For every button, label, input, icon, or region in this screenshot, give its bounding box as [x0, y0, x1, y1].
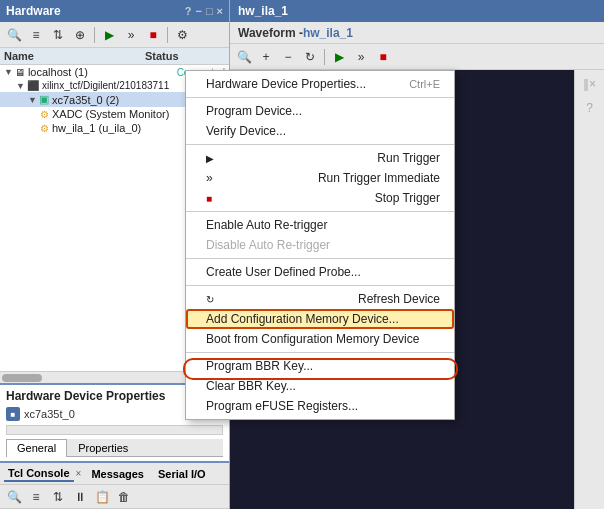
cm-sep-5 — [186, 285, 454, 286]
col-status-header: Status — [145, 50, 225, 62]
minimize-icon[interactable]: − — [195, 5, 201, 17]
cm-stop-trigger[interactable]: ■ Stop Trigger — [186, 188, 454, 208]
hw-props-device-name: xc7a35t_0 — [24, 408, 75, 420]
cm-sep-3 — [186, 211, 454, 212]
tcl-sort2-button[interactable]: ⇅ — [48, 487, 68, 507]
cm-verify-device-label: Verify Device... — [206, 124, 286, 138]
cm-run-trigger-imm-label: Run Trigger Immediate — [318, 171, 440, 185]
settings-button[interactable]: ⚙ — [172, 25, 192, 45]
cm-disable-auto-label: Disable Auto Re-trigger — [206, 238, 330, 252]
wf-toolbar-sep — [324, 49, 325, 65]
context-menu: Hardware Device Properties... Ctrl+E Pro… — [185, 70, 455, 420]
wf-minus-button[interactable]: − — [278, 47, 298, 67]
cm-hw-device-properties[interactable]: Hardware Device Properties... Ctrl+E — [186, 74, 454, 94]
wf-play-button[interactable]: ▶ — [329, 47, 349, 67]
cm-verify-device[interactable]: Verify Device... — [186, 121, 454, 141]
cm-program-efuse[interactable]: Program eFUSE Registers... — [186, 396, 454, 416]
cm-clear-bbr[interactable]: Clear BBR Key... — [186, 376, 454, 396]
wf-search-button[interactable]: 🔍 — [234, 47, 254, 67]
tree-header: Name Status — [0, 48, 229, 65]
tab-serial[interactable]: Serial I/O — [154, 467, 210, 481]
tcl-pause-button[interactable]: ⏸ — [70, 487, 90, 507]
tab-tcl-console[interactable]: Tcl Console — [4, 466, 74, 482]
run-trigger-imm-icon: » — [206, 171, 213, 185]
hardware-title-label: Hardware — [6, 4, 61, 18]
sort-az-button[interactable]: ≡ — [26, 25, 46, 45]
cm-boot-config-memory-label: Boot from Configuration Memory Device — [206, 332, 419, 346]
tcl-search-button[interactable]: 🔍 — [4, 487, 24, 507]
tcl-copy-button[interactable]: 📋 — [92, 487, 112, 507]
cm-run-trigger-immediate[interactable]: » Run Trigger Immediate — [186, 168, 454, 188]
hw-props-tabs: General Properties — [6, 439, 223, 457]
waveform-name: hw_ila_1 — [303, 26, 353, 40]
tcl-section: Tcl Console × Messages Serial I/O 🔍 ≡ ⇅ … — [0, 461, 229, 509]
tab-general[interactable]: General — [6, 439, 67, 457]
tcl-header: Tcl Console × Messages Serial I/O — [0, 463, 229, 485]
tcl-toolbar: 🔍 ≡ ⇅ ⏸ 📋 🗑 — [0, 485, 229, 509]
device-icon: ▣ — [39, 93, 49, 106]
tcl-clear-button[interactable]: 🗑 — [114, 487, 134, 507]
close-icon[interactable]: × — [217, 5, 223, 17]
cm-refresh-device[interactable]: ↻ Refresh Device — [186, 289, 454, 309]
tab-properties[interactable]: Properties — [67, 439, 139, 456]
cm-stop-trigger-label: Stop Trigger — [375, 191, 440, 205]
localhost-label: localhost (1) — [28, 66, 88, 78]
wf-redo-button[interactable]: ↻ — [300, 47, 320, 67]
play-button[interactable]: ▶ — [99, 25, 119, 45]
stop-button[interactable]: ■ — [143, 25, 163, 45]
fast-forward-button[interactable]: » — [121, 25, 141, 45]
toolbar-separator-2 — [167, 27, 168, 43]
cm-create-probe[interactable]: Create User Defined Probe... — [186, 262, 454, 282]
cm-run-trigger[interactable]: ▶ Run Trigger — [186, 148, 454, 168]
cm-program-device[interactable]: Program Device... — [186, 101, 454, 121]
ila-icon: ⚙ — [40, 123, 49, 134]
tcl-close-icon[interactable]: × — [76, 468, 82, 479]
xadc-label: XADC (System Monitor) — [52, 108, 169, 120]
right-toolbar: 🔍 + − ↻ ▶ » ■ — [230, 44, 604, 70]
search-button[interactable]: 🔍 — [4, 25, 24, 45]
cm-add-config-memory-label: Add Configuration Memory Device... — [206, 312, 399, 326]
cm-enable-auto[interactable]: Enable Auto Re-trigger — [186, 215, 454, 235]
cm-add-config-memory[interactable]: Add Configuration Memory Device... — [186, 309, 454, 329]
right-title-bar: hw_ila_1 — [230, 0, 604, 22]
tab-messages[interactable]: Messages — [87, 467, 148, 481]
hw-props-scrollbar[interactable] — [6, 425, 223, 435]
cm-clear-bbr-label: Clear BBR Key... — [206, 379, 296, 393]
help-icon[interactable]: ? — [185, 5, 192, 17]
wf-plus-button[interactable]: + — [256, 47, 276, 67]
sort-za-button[interactable]: ⇅ — [48, 25, 68, 45]
scroll-thumb[interactable] — [2, 374, 42, 382]
maximize-icon[interactable]: □ — [206, 5, 213, 17]
toolbar-separator-1 — [94, 27, 95, 43]
cm-program-efuse-label: Program eFUSE Registers... — [206, 399, 358, 413]
cm-program-bbr-label: Program BBR Key... — [206, 359, 313, 373]
cm-refresh-device-label: Refresh Device — [358, 292, 440, 306]
cm-run-trigger-label: Run Trigger — [377, 151, 440, 165]
cm-sep-6 — [186, 352, 454, 353]
waveform-right-controls: ‖× ? — [574, 70, 604, 509]
waveform-header: Waveform - hw_ila_1 — [230, 22, 604, 44]
link-button[interactable]: ⊕ — [70, 25, 90, 45]
cm-disable-auto: Disable Auto Re-trigger — [186, 235, 454, 255]
col-name-header: Name — [4, 50, 145, 62]
cm-program-bbr[interactable]: Program BBR Key... — [186, 356, 454, 376]
run-trigger-icon: ▶ — [206, 153, 214, 164]
wf-right-btn1[interactable]: ‖× — [580, 74, 600, 94]
cm-sep-4 — [186, 258, 454, 259]
expand-arrow-cable: ▼ — [16, 81, 25, 91]
ila-label: hw_ila_1 (u_ila_0) — [52, 122, 141, 134]
cm-enable-auto-label: Enable Auto Re-trigger — [206, 218, 327, 232]
wf-stop-button[interactable]: ■ — [373, 47, 393, 67]
expand-arrow-localhost: ▼ — [4, 67, 13, 77]
expand-arrow-device: ▼ — [28, 95, 37, 105]
wf-fast-forward-button[interactable]: » — [351, 47, 371, 67]
hardware-toolbar: 🔍 ≡ ⇅ ⊕ ▶ » ■ ⚙ — [0, 22, 229, 48]
tcl-sort-button[interactable]: ≡ — [26, 487, 46, 507]
wf-right-btn2[interactable]: ? — [580, 98, 600, 118]
cm-sep-1 — [186, 97, 454, 98]
cm-boot-config-memory[interactable]: Boot from Configuration Memory Device — [186, 329, 454, 349]
host-icon: 🖥 — [15, 67, 25, 78]
cable-icon: ⬛ — [27, 80, 39, 91]
cm-hw-device-properties-label: Hardware Device Properties... — [206, 77, 366, 91]
stop-trigger-icon: ■ — [206, 193, 212, 204]
